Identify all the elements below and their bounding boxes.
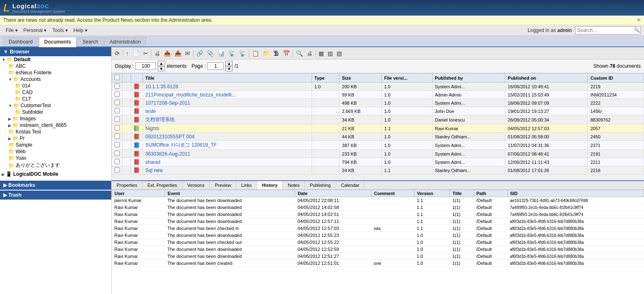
toolbar-pdf[interactable]: 📄 xyxy=(131,49,141,58)
elements-down-button[interactable]: ▼ xyxy=(158,66,165,71)
col-header-size[interactable]: Size xyxy=(339,74,382,83)
sidebar-trash[interactable]: ▶ Trash xyxy=(0,191,111,200)
row-title[interactable]: 10717208-Sep-2011 xyxy=(143,99,312,107)
tab-dashboard[interactable]: Dashboard xyxy=(3,37,38,46)
row-title[interactable]: 211Principali_modifiche_bozza_modelli... xyxy=(143,91,312,99)
tab-publishing[interactable]: Publishing xyxy=(305,181,336,189)
tools-menu[interactable]: Tools ▾ xyxy=(50,27,70,34)
table-row[interactable]: 📗 Nights 21 KB 1.1 Ravi Kumar 04/05/2012… xyxy=(112,124,644,133)
table-row[interactable]: 📕 10717208-Sep-2011 498 KB 1.0 System Ad… xyxy=(112,99,644,107)
tab-versions[interactable]: Versions xyxy=(182,181,210,189)
table-row[interactable]: 📘 SUMOffice 카다로그 120619_TF 387 KB 1.0 Sy… xyxy=(112,141,644,150)
toolbar-chart[interactable]: 📊 xyxy=(216,49,226,58)
hist-col-sid[interactable]: SID xyxy=(507,190,644,197)
hist-col-path[interactable]: Path xyxy=(474,190,507,197)
table-row[interactable]: 📕 teste 2,669 KB 1.0 John Doe 19/01/2012… xyxy=(112,107,644,115)
col-header-publisher[interactable]: Published by xyxy=(432,74,505,83)
tab-properties[interactable]: Properties xyxy=(112,181,142,189)
table-row[interactable]: 📕 36303826-Aug-2011 233 KB 1.0 System Ad… xyxy=(112,150,644,158)
doc-link[interactable]: SUMOffice 카다로그 120619_TF xyxy=(145,142,217,148)
sidebar-item-customertest[interactable]: ▼📁CustomerTest xyxy=(0,102,111,109)
col-header-check[interactable] xyxy=(112,74,123,83)
row-title[interactable]: 36303826-Aug-2011 xyxy=(143,150,312,158)
toolbar-export[interactable]: 📤 xyxy=(162,49,172,58)
sidebar-item-default[interactable]: ▼📁Default xyxy=(0,56,111,63)
doc-link[interactable]: sharad xyxy=(145,159,160,165)
hist-col-comment[interactable]: Comment xyxy=(371,190,415,197)
sidebar-bookmarks[interactable]: ▶ Bookmarks xyxy=(0,181,111,190)
toolbar-email[interactable]: ✉ xyxy=(183,49,192,58)
row-title[interactable]: 10.1.1.35.6128 xyxy=(143,83,312,91)
sidebar-item-web[interactable]: 📁Web xyxy=(0,148,111,155)
col-header-version[interactable]: File versi... xyxy=(382,74,433,83)
sidebar-item-pr[interactable]: ▶📁Pr xyxy=(0,135,111,142)
sidebar-item-logicaldoc-mobile[interactable]: ▶ 📱 LogicalDOC Mobile xyxy=(0,171,111,177)
toolbar-grid2[interactable]: ▧ xyxy=(326,49,335,58)
hist-col-title[interactable]: Title xyxy=(450,190,474,197)
toolbar-grid3[interactable]: ▨ xyxy=(335,49,344,58)
hist-col-date[interactable]: Date xyxy=(295,190,371,197)
file-menu[interactable]: File ▾ xyxy=(3,27,20,34)
toolbar-zip[interactable]: 🗜 xyxy=(272,49,281,58)
table-row[interactable]: 📕 211Principali_modifiche_bozza_modelli.… xyxy=(112,91,644,99)
search-submit-button[interactable]: 🔍 xyxy=(634,27,640,33)
page-down-button[interactable]: ▼ xyxy=(225,66,233,71)
row-checkbox[interactable] xyxy=(115,83,120,89)
hist-col-user[interactable]: User xyxy=(112,190,165,197)
row-checkbox[interactable] xyxy=(115,159,120,164)
table-row[interactable]: 📕 10.1.1.35.6128 1.0 200 KB 1.0 System A… xyxy=(112,83,644,91)
row-title[interactable]: teste xyxy=(143,107,312,115)
select-all-checkbox[interactable] xyxy=(115,75,120,80)
toolbar-move[interactable]: 📁 xyxy=(261,49,271,58)
sidebar-item-subfolder[interactable]: 📁Subfolder xyxy=(0,109,111,115)
table-row[interactable]: 📕 文档管理系统 34 KB 1.0 Daniel Ionescu 26/08/… xyxy=(112,115,644,124)
table-row[interactable]: 📕 Sql new 24 KB 1.1 Stanley Odhiam... 01… xyxy=(112,166,644,175)
row-title[interactable]: 09201231055SPT 004 xyxy=(143,133,312,141)
row-checkbox[interactable] xyxy=(115,117,120,122)
tab-ext-properties[interactable]: Ext. Properties xyxy=(142,181,182,189)
doc-link[interactable]: 36303826-Aug-2011 xyxy=(145,151,190,157)
tab-calendar[interactable]: Calendar xyxy=(336,181,365,189)
tab-history[interactable]: History xyxy=(257,181,283,189)
sidebar-item-cad[interactable]: 📁CAD xyxy=(0,89,111,96)
row-checkbox[interactable] xyxy=(115,108,120,113)
row-checkbox[interactable] xyxy=(115,100,120,105)
doc-link[interactable]: teste xyxy=(145,108,156,114)
sidebar-item-images[interactable]: ▶📁Images xyxy=(0,115,111,122)
sidebar-item-instream[interactable]: ▶📁instream_client_8665 xyxy=(0,122,111,129)
help-menu[interactable]: Help ▾ xyxy=(71,27,90,34)
doc-link[interactable]: 09201231055SPT 004 xyxy=(145,134,195,140)
tab-links[interactable]: Links xyxy=(236,181,257,189)
doc-link[interactable]: 10.1.1.35.6128 xyxy=(145,84,178,90)
row-title[interactable]: SUMOffice 카다로그 120619_TF xyxy=(143,141,312,150)
personal-menu[interactable]: Personal ▾ xyxy=(21,27,49,34)
col-header-published-on[interactable]: Published on xyxy=(505,74,588,83)
toolbar-rss2[interactable]: 📡 xyxy=(237,49,248,58)
toolbar-link[interactable]: 🔗 xyxy=(195,49,205,58)
elements-per-page-input[interactable] xyxy=(135,62,156,70)
tab-preview[interactable]: Preview xyxy=(210,181,236,189)
toolbar-import[interactable]: 📥 xyxy=(173,49,183,58)
sidebar-item-abc[interactable]: 📁ABC xyxy=(0,63,111,69)
row-title[interactable]: Sql new xyxy=(143,166,312,175)
toolbar-grid1[interactable]: ▦ xyxy=(317,49,325,58)
row-checkbox[interactable] xyxy=(115,151,120,156)
row-checkbox[interactable] xyxy=(115,125,120,131)
toolbar-upload[interactable]: ↑ xyxy=(124,49,131,58)
row-checkbox[interactable] xyxy=(115,92,120,97)
elements-up-button[interactable]: ▲ xyxy=(158,61,165,66)
row-title[interactable]: 文档管理系统 xyxy=(143,115,312,124)
doc-link[interactable]: 文档管理系统 xyxy=(145,117,175,122)
sidebar-item-esneus[interactable]: 📁esNeus Folderle xyxy=(0,69,111,76)
sidebar-item-kostas[interactable]: 📁Kostas Test xyxy=(0,129,111,135)
sidebar-item-accounts[interactable]: ▼📁Accounts xyxy=(0,76,111,83)
hist-col-event[interactable]: Event xyxy=(165,190,295,197)
sidebar-item-clt[interactable]: 📁CLT xyxy=(0,96,111,102)
page-up-button[interactable]: ▲ xyxy=(225,61,233,66)
sidebar-item-014[interactable]: 📁014 xyxy=(0,83,111,89)
search-input[interactable] xyxy=(575,26,641,34)
toolbar-filter[interactable]: 🔍 xyxy=(294,49,305,58)
toolbar-refresh[interactable]: ⟳ xyxy=(113,49,121,58)
sidebar-item-yoav[interactable]: 📁Yoav xyxy=(0,155,111,161)
col-header-custom-id[interactable]: Custom ID xyxy=(588,74,644,83)
